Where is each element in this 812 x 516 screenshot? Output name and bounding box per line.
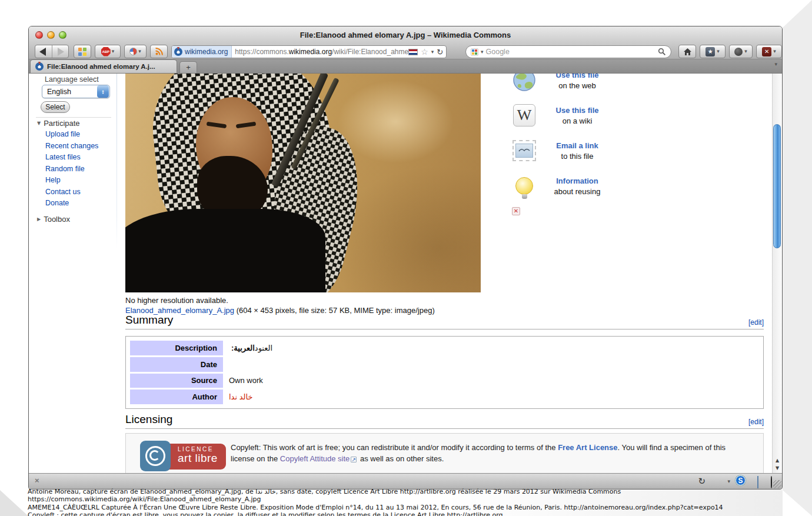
free-art-license-link[interactable]: Free Art License (558, 443, 617, 452)
wikipedia-w-icon: W (513, 104, 535, 126)
licensing-edit-link[interactable]: [edit] (748, 418, 764, 426)
date-value (223, 357, 759, 372)
file-image[interactable] (125, 74, 481, 292)
use-on-web-item: Use this file on the web (512, 74, 610, 92)
back-button[interactable] (35, 45, 51, 58)
rss-button[interactable] (150, 45, 168, 58)
extension-button[interactable]: ▾ (124, 45, 147, 58)
information-link[interactable]: Information (545, 177, 610, 185)
panel-icon[interactable] (757, 477, 758, 488)
addon-round-button[interactable]: ▾ (729, 45, 753, 58)
no-higher-resolution-text: No higher resolution available. (125, 296, 228, 305)
scroll-up-icon[interactable]: ▲ (776, 458, 779, 463)
use-this-file-wiki-link[interactable]: Use this file (545, 106, 610, 115)
sync-refresh-icon[interactable]: ↻ (698, 476, 705, 487)
search-input[interactable]: Google (486, 48, 655, 56)
tab-label: File:Elanood ahmed elomary A.j... (47, 63, 155, 70)
caption-line: Copyleft : cette capture d'écran est lib… (28, 511, 793, 516)
email-link-item: Email a link to this file (512, 138, 610, 163)
sidebar-divider (117, 74, 117, 250)
bookmarks-icon: ★ (705, 47, 715, 56)
use-this-file-web-link[interactable]: Use this file (545, 74, 610, 79)
grid-icon (78, 48, 86, 56)
app-grid-button[interactable] (74, 45, 91, 58)
site-identity-chip[interactable]: wikimedia.org (172, 46, 232, 58)
adblock-button[interactable]: ABP ▾ (95, 45, 121, 58)
copyleft-attitude-link[interactable]: Copyleft Attitude site (280, 454, 350, 463)
participate-section-toggle[interactable]: ▼ Participate (37, 119, 80, 128)
author-redlink[interactable]: خالد ندا (229, 392, 252, 401)
chevron-down-icon: ▾ (112, 49, 115, 54)
url-dropdown-icon[interactable]: ▾ (431, 49, 434, 55)
date-label: Date (130, 357, 223, 372)
sidebar-item-donate[interactable]: Donate (45, 199, 69, 207)
statusbar-close-icon[interactable]: × (35, 476, 39, 485)
select-button[interactable]: Select (41, 101, 70, 113)
summary-edit-link[interactable]: [edit] (748, 318, 764, 327)
tab-file-page[interactable]: File:Elanood ahmed elomary A.j... (30, 59, 177, 73)
table-row: Source Own work (130, 374, 759, 388)
frame-bevel-right (783, 0, 812, 516)
commons-favicon (174, 48, 182, 56)
sidebar-separator (36, 117, 111, 118)
sidebar-item-recent-changes[interactable]: Recent changes (45, 142, 98, 150)
chevron-down-icon[interactable]: ▾ (727, 479, 730, 484)
search-icon[interactable] (658, 48, 666, 56)
caption-line: Antoine Moreau, capture écran de Elanood… (28, 488, 793, 495)
broken-image-icon: ✕ (512, 207, 520, 215)
bookmark-star-icon[interactable]: ☆ (421, 48, 428, 56)
source-label: Source (130, 374, 223, 388)
skype-icon[interactable]: S (736, 475, 746, 485)
list-all-tabs-icon[interactable]: ▾ (774, 62, 777, 67)
new-tab-button[interactable]: + (179, 61, 197, 73)
search-engine-dropdown-icon[interactable]: ▾ (481, 49, 484, 55)
language-dropdown[interactable]: English ▲▼ (42, 85, 110, 98)
frame-bevel-bottom-left (0, 490, 28, 516)
reload-icon[interactable]: ↻ (437, 48, 443, 56)
chevron-down-icon: ▾ (773, 49, 776, 54)
description-label: Description (130, 341, 223, 355)
resize-grip[interactable] (773, 480, 781, 488)
home-icon (683, 48, 692, 56)
toolbox-section-toggle[interactable]: ▶ Toolbox (37, 215, 70, 224)
globe-icon (512, 74, 537, 92)
nav-button-group (35, 45, 69, 58)
licence-art-libre-logo: LICENCE art libre (140, 441, 226, 471)
language-tag: العربية: (231, 344, 255, 352)
sidebar-item-random-file[interactable]: Random file (45, 165, 85, 173)
table-row: Date (130, 357, 759, 372)
information-item: Information about reusing (512, 174, 610, 198)
search-bar[interactable]: ▾ Google (465, 45, 671, 58)
licensing-heading: Licensing [edit] (125, 413, 764, 429)
flagfox-flag-icon[interactable] (408, 49, 418, 55)
addon-circle-icon[interactable] (771, 477, 772, 488)
cross-arrows-icon: ✕ (762, 47, 771, 56)
home-button[interactable] (678, 45, 696, 58)
description-value: العنود العربية: (223, 341, 759, 355)
sidebar-item-upload-file[interactable]: Upload file (45, 130, 80, 138)
identity-domain: wikimedia.org (185, 48, 228, 56)
sidebar-item-contact-us[interactable]: Contact us (45, 188, 81, 196)
chevron-down-icon: ▾ (138, 49, 141, 54)
forward-button[interactable] (53, 45, 68, 58)
addon-red-button[interactable]: ✕ ▾ (756, 45, 782, 58)
email-a-link-link[interactable]: Email a link (545, 141, 610, 150)
license-text: Copyleft: This work of art is free; you … (231, 442, 748, 464)
sidebar-item-latest-files[interactable]: Latest files (45, 153, 81, 161)
sidebar-item-help[interactable]: Help (45, 176, 61, 184)
stepper-icon: ▲▼ (97, 85, 109, 98)
vertical-scrollbar[interactable]: ▲ ▼ (772, 74, 781, 474)
tab-favicon (35, 62, 44, 71)
location-bar[interactable]: wikimedia.org https://commons.wikimedia.… (171, 45, 447, 58)
chevron-down-icon: ▾ (717, 49, 720, 54)
language-select-label: Language select (45, 75, 99, 84)
scroll-down-icon[interactable]: ▼ (776, 465, 779, 471)
lightbulb-icon (515, 177, 533, 195)
bookmarks-button[interactable]: ★ ▾ (700, 45, 726, 58)
scrollbar-thumb[interactable] (773, 124, 781, 248)
author-label: Author (130, 390, 223, 404)
status-bar: × ↻ f✕ ▾ S (29, 473, 782, 489)
use-on-wiki-item: W Use this file on a wiki (512, 103, 610, 128)
triangle-right-icon: ▶ (37, 217, 41, 222)
table-row: Author خالد ندا (130, 390, 759, 404)
